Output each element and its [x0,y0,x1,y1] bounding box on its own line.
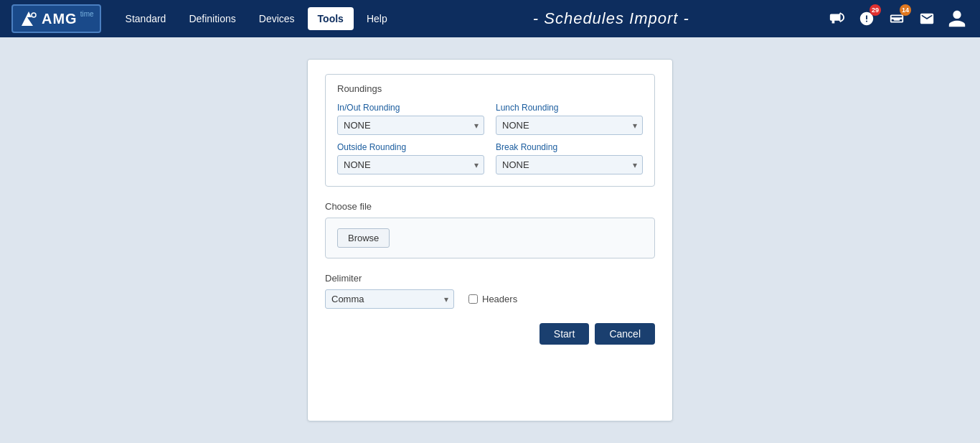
break-rounding-wrapper: NONE 5 min 10 min 15 min 30 min [496,155,643,174]
logo-time-text: time [80,10,94,18]
delimiter-row: Comma Tab Semicolon Pipe Headers [325,289,655,309]
in-out-rounding-group: In/Out Rounding NONE 5 min 10 min 15 min… [337,103,484,135]
delimiter-label: Delimiter [325,273,655,284]
headers-label-text: Headers [482,294,517,304]
headers-checkbox-label[interactable]: Headers [468,294,517,304]
in-out-rounding-select[interactable]: NONE 5 min 10 min 15 min 30 min [337,116,484,135]
start-button[interactable]: Start [540,323,590,345]
user-icon [947,9,967,29]
outside-rounding-group: Outside Rounding NONE 5 min 10 min 15 mi… [337,142,484,174]
svg-marker-0 [22,11,33,26]
navbar: AMG time Standard Definitions Devices To… [0,0,980,37]
roundings-group: Roundings In/Out Rounding NONE 5 min 10 … [325,74,655,187]
user-menu-button[interactable] [946,7,969,30]
nav-links: Standard Definitions Devices Tools Help [116,7,397,30]
headers-checkbox[interactable] [468,294,478,304]
roundings-legend: Roundings [337,83,643,94]
lunch-rounding-group: Lunch Rounding NONE 5 min 10 min 15 min … [496,103,643,135]
megaphone-icon [829,11,844,27]
announcements-button[interactable] [825,7,848,30]
notifications-button[interactable]: 14 [885,7,908,30]
logo-icon [19,9,39,29]
outside-rounding-label: Outside Rounding [337,142,484,152]
in-out-rounding-label: In/Out Rounding [337,103,484,113]
nav-icons: 29 14 [825,7,969,30]
in-out-rounding-wrapper: NONE 5 min 10 min 15 min 30 min [337,116,484,135]
nav-devices[interactable]: Devices [249,7,305,30]
break-rounding-group: Break Rounding NONE 5 min 10 min 15 min … [496,142,643,174]
alerts-badge: 29 [870,4,881,16]
svg-point-1 [32,13,36,17]
cancel-button[interactable]: Cancel [595,323,655,345]
choose-file-label: Choose file [325,201,655,212]
nav-definitions[interactable]: Definitions [179,7,245,30]
alerts-button[interactable]: 29 [855,7,878,30]
outside-rounding-select[interactable]: NONE 5 min 10 min 15 min 30 min [337,155,484,174]
rounding-row-2: Outside Rounding NONE 5 min 10 min 15 mi… [337,142,643,174]
logo-area: AMG time [11,4,101,33]
choose-file-section: Choose file Browse [325,201,655,258]
nav-help[interactable]: Help [357,7,397,30]
form-card: Roundings In/Out Rounding NONE 5 min 10 … [307,59,673,421]
lunch-rounding-select[interactable]: NONE 5 min 10 min 15 min 30 min [496,116,643,135]
rounding-row-1: In/Out Rounding NONE 5 min 10 min 15 min… [337,103,643,135]
delimiter-select[interactable]: Comma Tab Semicolon Pipe [325,289,454,309]
page-title: - Schedules Import - [397,9,825,28]
break-rounding-select[interactable]: NONE 5 min 10 min 15 min 30 min [496,155,643,174]
file-area: Browse [325,218,655,258]
logo-text: AMG [42,11,77,27]
browse-button[interactable]: Browse [337,228,390,248]
delimiter-section: Delimiter Comma Tab Semicolon Pipe Heade… [325,273,655,309]
logo-box: AMG time [11,4,101,33]
main-content: Roundings In/Out Rounding NONE 5 min 10 … [0,37,980,443]
outside-rounding-wrapper: NONE 5 min 10 min 15 min 30 min [337,155,484,174]
messages-button[interactable] [915,7,938,30]
break-rounding-label: Break Rounding [496,142,643,152]
notifications-badge: 14 [900,4,911,16]
lunch-rounding-label: Lunch Rounding [496,103,643,113]
form-actions: Start Cancel [325,323,655,345]
nav-tools[interactable]: Tools [308,7,354,30]
lunch-rounding-wrapper: NONE 5 min 10 min 15 min 30 min [496,116,643,135]
nav-standard[interactable]: Standard [116,7,176,30]
delimiter-select-wrapper: Comma Tab Semicolon Pipe [325,289,454,309]
mail-icon [919,11,935,27]
